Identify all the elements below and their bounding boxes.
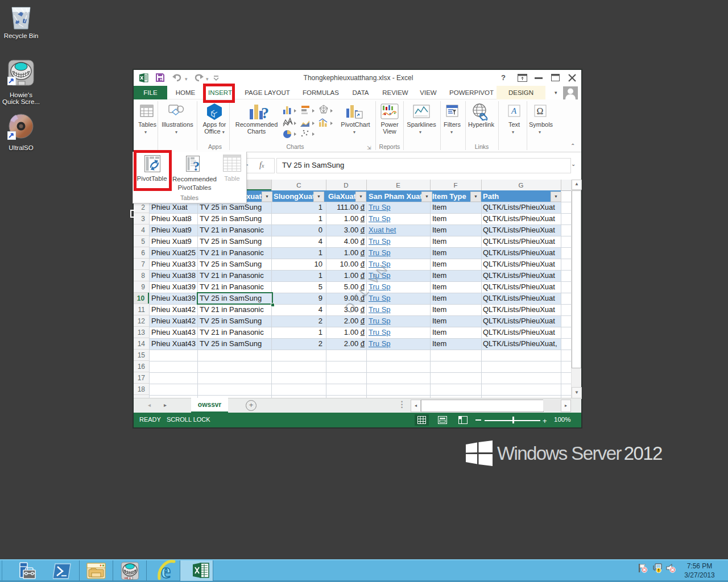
svg-text:Ω: Ω xyxy=(537,106,544,116)
svg-text:?: ? xyxy=(193,159,200,173)
svg-text:A: A xyxy=(511,106,517,115)
svg-text:?: ? xyxy=(261,104,269,120)
